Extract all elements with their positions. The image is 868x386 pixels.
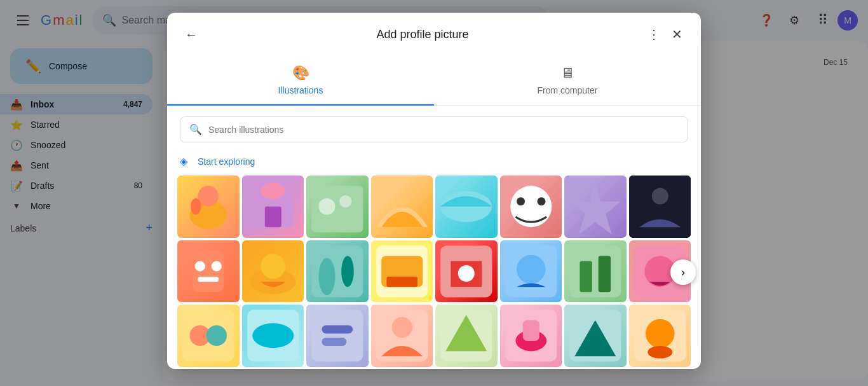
svg-point-23 (341, 256, 354, 287)
search-illustrations-input[interactable] (208, 125, 679, 135)
illustration-cell[interactable] (500, 305, 562, 367)
tab-illustrations[interactable]: 🎨 Illustrations (167, 56, 434, 106)
illustrations-search: 🔍 (167, 106, 701, 153)
svg-point-54 (648, 346, 672, 359)
start-exploring-label: Start exploring (198, 156, 255, 167)
svg-rect-26 (386, 276, 417, 286)
illustration-cell[interactable] (629, 176, 691, 238)
search-illustrations-bar[interactable]: 🔍 (180, 116, 688, 142)
illustration-cell[interactable] (371, 240, 433, 303)
svg-point-1 (198, 186, 219, 207)
image-grid-container: › (167, 176, 701, 369)
illustration-cell[interactable] (500, 176, 562, 238)
illustration-cell[interactable] (177, 176, 240, 238)
svg-point-7 (319, 198, 336, 215)
svg-point-12 (537, 197, 545, 205)
illustration-cell[interactable] (242, 240, 304, 303)
illustrations-tab-label: Illustrations (278, 85, 323, 95)
modal-more-button[interactable]: ⋮ (642, 23, 665, 46)
svg-point-2 (191, 198, 201, 215)
illustration-cell[interactable] (177, 305, 240, 367)
illustration-cell[interactable] (177, 240, 240, 303)
computer-tab-label: From computer (538, 85, 598, 95)
svg-rect-5 (264, 207, 281, 228)
svg-rect-18 (198, 276, 219, 281)
illustration-cell[interactable] (564, 176, 627, 238)
illustration-cell[interactable] (306, 305, 369, 367)
search-illustrations-icon: 🔍 (189, 123, 202, 135)
illustration-cell[interactable] (306, 176, 369, 238)
illustration-cell[interactable] (564, 240, 627, 303)
svg-rect-41 (311, 310, 363, 361)
illustration-cell[interactable] (306, 240, 369, 303)
svg-rect-13 (629, 176, 691, 238)
modal-close-button[interactable]: ✕ (665, 23, 688, 46)
svg-rect-50 (522, 320, 539, 341)
illustration-cell[interactable] (242, 176, 304, 238)
svg-point-45 (391, 317, 412, 338)
modal-tabs: 🎨 Illustrations 🖥 From computer (167, 56, 701, 106)
svg-point-11 (517, 197, 525, 205)
tab-from-computer[interactable]: 🖥 From computer (434, 56, 701, 106)
illustration-cell[interactable] (500, 240, 562, 303)
illustration-cell[interactable] (435, 240, 498, 303)
next-arrow-icon: › (681, 266, 685, 279)
svg-point-16 (195, 261, 205, 271)
illustration-cell[interactable] (371, 176, 433, 238)
back-icon: ← (185, 27, 198, 42)
svg-point-30 (517, 254, 546, 284)
svg-point-22 (319, 258, 336, 295)
illustration-cell[interactable] (435, 176, 498, 238)
svg-point-38 (207, 326, 227, 347)
svg-point-14 (651, 188, 668, 205)
modal-header: ← Add profile picture ⋮ ✕ (167, 13, 701, 56)
image-grid (177, 176, 691, 367)
svg-rect-42 (322, 326, 353, 334)
modal-title: Add profile picture (203, 28, 642, 41)
modal-overlay: ← Add profile picture ⋮ ✕ 🎨 Illustration… (0, 0, 868, 386)
start-exploring-icon: ◈ (180, 155, 193, 168)
svg-rect-33 (599, 256, 611, 292)
svg-rect-32 (580, 261, 592, 292)
svg-point-4 (261, 183, 285, 199)
illustrations-tab-icon: 🎨 (292, 65, 309, 81)
svg-point-20 (261, 254, 285, 279)
start-exploring[interactable]: ◈ Start exploring (167, 153, 701, 176)
svg-rect-43 (322, 338, 346, 346)
add-profile-picture-modal: ← Add profile picture ⋮ ✕ 🎨 Illustration… (167, 13, 701, 369)
modal-back-button[interactable]: ← (180, 23, 203, 46)
svg-point-17 (212, 261, 222, 271)
more-vertical-icon: ⋮ (648, 27, 660, 42)
illustration-cell[interactable] (242, 305, 304, 367)
next-page-button[interactable]: › (670, 259, 696, 285)
svg-rect-15 (193, 251, 224, 292)
svg-rect-31 (569, 245, 621, 297)
illustration-cell[interactable] (564, 305, 627, 367)
illustration-cell[interactable] (629, 305, 691, 367)
close-icon: ✕ (672, 27, 682, 42)
svg-point-28 (458, 265, 475, 282)
svg-point-40 (252, 323, 294, 348)
illustration-cell[interactable] (435, 305, 498, 367)
svg-point-53 (646, 319, 675, 348)
svg-point-8 (339, 195, 352, 208)
computer-tab-icon: 🖥 (560, 65, 574, 81)
illustration-cell[interactable] (371, 305, 433, 367)
